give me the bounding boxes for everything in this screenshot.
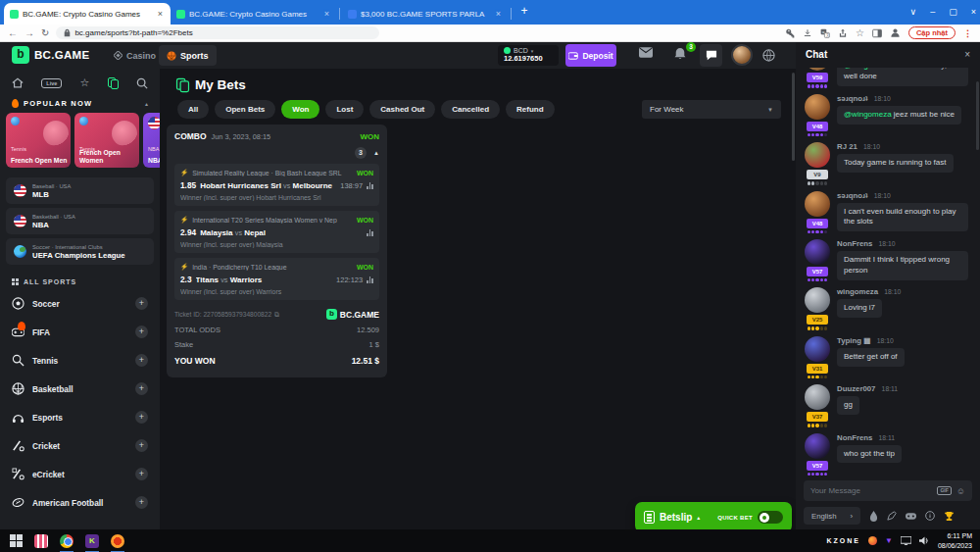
filter-open-bets[interactable]: Open Bets <box>215 100 275 119</box>
translate-icon[interactable]: a文 <box>820 28 830 38</box>
avatar[interactable] <box>805 94 830 120</box>
add-sport-icon[interactable]: + <box>135 382 148 395</box>
tab-close-icon[interactable]: × <box>494 9 503 19</box>
add-sport-icon[interactable]: + <box>135 468 148 480</box>
side-panel-icon[interactable] <box>872 28 882 38</box>
minimize-button[interactable]: – <box>930 0 935 24</box>
browser-tab[interactable]: BC.GAME: Crypto Casino Games× <box>4 3 171 25</box>
chat-scrollbar[interactable] <box>976 81 979 150</box>
taskbar-clock[interactable]: 6:11 PM 08/06/2023 <box>938 531 972 550</box>
close-button[interactable]: × <box>971 0 976 24</box>
back-icon[interactable]: ← <box>8 25 18 41</box>
sidebar-item-esports[interactable]: Esports+ <box>0 403 160 431</box>
mail-icon[interactable] <box>639 47 653 58</box>
language-select[interactable]: English › <box>804 507 860 525</box>
filter-all[interactable]: All <box>177 100 209 119</box>
taskbar-kzone-app-icon[interactable]: K <box>84 533 100 549</box>
browser-tab[interactable]: $3,000 BC.GAME SPORTS PARLA× <box>342 3 509 25</box>
avatar[interactable] <box>805 142 830 168</box>
stats-icon[interactable] <box>367 182 373 189</box>
update-button[interactable]: Cập nhật <box>908 26 956 39</box>
key-icon[interactable] <box>785 28 795 38</box>
my-bets-icon[interactable] <box>108 77 119 89</box>
rules-pen-icon[interactable] <box>887 511 897 521</box>
nav-casino[interactable]: Casino <box>106 45 164 66</box>
sidebar-item-basketball[interactable]: Basketball+ <box>0 375 160 403</box>
chat-input[interactable]: Your Message GIF ☺ <box>804 480 972 501</box>
taskbar-app-pink[interactable] <box>33 533 49 549</box>
avatar[interactable] <box>805 336 830 362</box>
period-select[interactable]: For Week ▼ <box>642 100 781 119</box>
filter-lost[interactable]: Lost <box>325 100 364 119</box>
address-bar[interactable]: bc.game/sports?bt-path=%2Fbets <box>56 26 379 39</box>
betslip-button[interactable]: Betslip ▴ QUICK BET <box>635 502 792 532</box>
titlebar-chevron-icon[interactable]: ∨ <box>910 0 917 24</box>
add-sport-icon[interactable]: + <box>135 354 148 367</box>
emoji-icon[interactable]: ☺ <box>956 486 965 496</box>
volume-icon[interactable] <box>919 536 930 545</box>
sidebar-item-soccer[interactable]: Soccer+ <box>0 289 160 318</box>
avatar[interactable] <box>805 433 830 459</box>
install-icon[interactable] <box>803 28 812 38</box>
wallet-balance[interactable]: BCD ▾ 12.6197650 <box>498 45 559 66</box>
filter-cancelled[interactable]: Cancelled <box>441 100 500 119</box>
bell-icon[interactable] <box>674 47 686 60</box>
favorites-star-icon[interactable]: ☆ <box>80 76 90 89</box>
browser-tab[interactable]: BC.GAME: Crypto Casino Games× <box>171 3 337 25</box>
display-icon[interactable] <box>901 536 911 545</box>
new-tab-button[interactable]: + <box>516 4 532 20</box>
avatar[interactable] <box>805 191 830 217</box>
filter-won[interactable]: Won <box>281 100 319 119</box>
share-icon[interactable] <box>838 28 848 38</box>
promo-card[interactable]: NBANBA <box>143 113 160 168</box>
quick-bet-toggle[interactable] <box>758 511 783 524</box>
start-button[interactable] <box>8 533 24 549</box>
sidebar-item-american-football[interactable]: American Football+ <box>0 488 160 517</box>
browser-menu-icon[interactable]: ⋮ <box>963 28 972 38</box>
popular-now-header[interactable]: POPULAR NOW ▴ <box>0 95 160 113</box>
bookmark-star-icon[interactable]: ☆ <box>856 27 864 38</box>
taskbar-orange-app-icon[interactable] <box>110 533 125 549</box>
bet-card[interactable]: COMBO Jun 3, 2023, 08:15 WON 3 ▲ ⚡Simula… <box>167 125 387 377</box>
bet-selection[interactable]: ⚡International T20 Series Malaysia Women… <box>174 211 379 253</box>
globe-icon[interactable] <box>762 49 775 62</box>
tray-download-icon[interactable]: ▼ <box>885 536 893 545</box>
promo-card[interactable]: TennisFrench Open Women <box>74 113 139 168</box>
sidebar-item-tennis[interactable]: Tennis+ <box>0 346 160 375</box>
featured-league-item[interactable]: Soccer · International ClubsUEFA Champio… <box>6 238 154 265</box>
sidebar-item-ecricket[interactable]: eCricket+ <box>0 460 160 488</box>
featured-league-item[interactable]: Baseball · USAMLB <box>6 177 154 204</box>
stats-icon[interactable] <box>367 229 373 236</box>
tab-close-icon[interactable]: × <box>156 9 165 19</box>
bet-selection[interactable]: ⚡India · Pondicherry T10 LeagueWON2.3Tit… <box>174 258 379 300</box>
filter-refund[interactable]: Refund <box>506 100 555 119</box>
sidebar-item-cricket[interactable]: Cricket+ <box>0 431 160 460</box>
search-icon[interactable] <box>136 77 148 89</box>
add-sport-icon[interactable]: + <box>135 439 148 452</box>
taskbar-chrome-icon[interactable] <box>59 533 74 549</box>
info-icon[interactable] <box>925 511 935 521</box>
add-sport-icon[interactable]: + <box>135 326 148 338</box>
forward-icon[interactable]: → <box>24 25 34 41</box>
add-sport-icon[interactable]: + <box>135 496 148 509</box>
tab-close-icon[interactable]: × <box>322 9 331 19</box>
trophy-icon[interactable] <box>944 511 955 522</box>
user-avatar[interactable] <box>731 44 753 66</box>
avatar[interactable] <box>805 287 830 313</box>
controller-icon[interactable] <box>906 512 916 521</box>
live-icon[interactable]: Live <box>41 78 62 88</box>
bet-fold-row[interactable]: 3 ▲ <box>174 147 379 159</box>
avatar[interactable] <box>805 68 830 71</box>
filter-cashed-out[interactable]: Cashed Out <box>369 100 435 119</box>
copy-icon[interactable]: ⧉ <box>274 311 279 319</box>
avatar[interactable] <box>805 239 830 265</box>
rain-icon[interactable] <box>869 511 878 522</box>
main-scrollbar[interactable] <box>792 73 795 161</box>
chat-close-icon[interactable]: × <box>964 49 970 60</box>
home-icon[interactable] <box>12 77 24 88</box>
bet-selection[interactable]: ⚡Simulated Reality League · Big Bash Lea… <box>174 164 379 206</box>
add-sport-icon[interactable]: + <box>135 411 148 424</box>
add-sport-icon[interactable]: + <box>135 297 148 310</box>
promo-card[interactable]: TennisFrench Open Men <box>6 113 71 168</box>
maximize-button[interactable]: ▢ <box>949 0 957 24</box>
